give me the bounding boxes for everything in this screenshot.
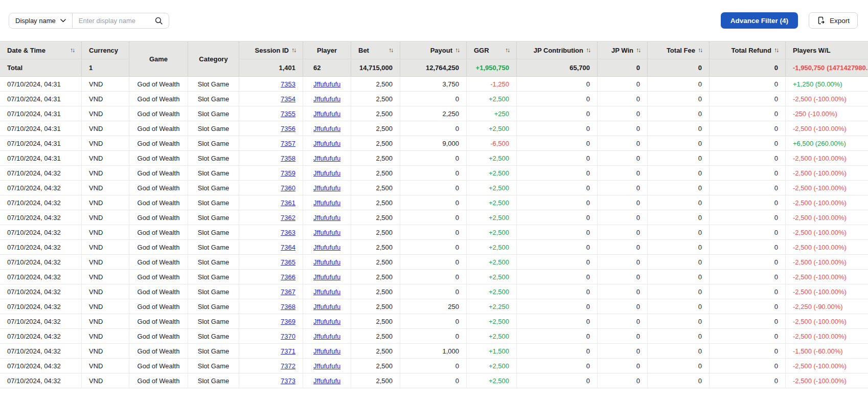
column-header-jp_contribution[interactable]: JP Contribution↑↓: [517, 41, 598, 59]
session-id-link[interactable]: 7358: [281, 154, 295, 162]
session-id-link[interactable]: 7359: [281, 169, 295, 177]
session-id-link[interactable]: 7360: [281, 184, 295, 192]
cell-value: 0: [774, 199, 778, 207]
session-id-link[interactable]: 7353: [281, 80, 295, 88]
sort-icon[interactable]: ↑↓: [505, 47, 509, 54]
session-id-link[interactable]: 7355: [281, 110, 295, 118]
cell-value: 07/10/2024, 04:32: [7, 229, 61, 236]
column-header-session[interactable]: Session ID↑↓: [239, 41, 303, 59]
cell-jp_contribution: 0: [517, 136, 598, 150]
player-link[interactable]: Jffufufufu: [313, 199, 340, 207]
table-header: Date & Time↑↓CurrencyGameCategorySession…: [0, 41, 868, 77]
search-field-dropdown[interactable]: Display name: [9, 13, 72, 28]
column-label: JP Contribution: [534, 47, 583, 54]
cell-value: God of Wealth: [138, 140, 180, 147]
player-link[interactable]: Jffufufufu: [313, 244, 340, 251]
column-header-payout[interactable]: Payout↑↓: [400, 41, 467, 59]
total-bet: 14,715,000: [351, 59, 400, 76]
sort-icon[interactable]: ↑↓: [586, 47, 590, 54]
player-link[interactable]: Jffufufufu: [313, 229, 340, 236]
session-id-link[interactable]: 7364: [281, 244, 295, 251]
session-id-link[interactable]: 7361: [281, 199, 295, 207]
advance-filter-button[interactable]: Advance Filter (4): [721, 12, 798, 29]
session-id-link[interactable]: 7354: [281, 95, 295, 103]
sort-icon[interactable]: ↑↓: [774, 47, 778, 54]
cell-category: Slot Game: [188, 151, 239, 165]
sort-icon[interactable]: ↑↓: [70, 47, 74, 54]
player-link[interactable]: Jffufufufu: [313, 125, 340, 132]
column-header-datetime[interactable]: Date & Time↑↓: [0, 41, 82, 59]
cell-value: -2,500 (-100.00%): [793, 199, 847, 207]
session-id-link[interactable]: 7371: [281, 347, 295, 355]
session-id-link[interactable]: 7363: [281, 229, 295, 236]
total-session: 1,401: [239, 59, 303, 76]
cell-value: 2,500: [376, 288, 393, 296]
sort-icon[interactable]: ↑↓: [389, 47, 393, 54]
cell-category: Slot Game: [188, 136, 239, 150]
cell-total_refund: 0: [710, 181, 786, 195]
player-link[interactable]: Jffufufufu: [313, 273, 340, 281]
session-id-link[interactable]: 7367: [281, 288, 295, 296]
sort-icon[interactable]: ↑↓: [455, 47, 459, 54]
cell-ggr: -6,500: [467, 136, 517, 150]
session-id-link[interactable]: 7372: [281, 362, 295, 370]
export-button[interactable]: Export: [809, 12, 858, 29]
sort-icon[interactable]: ↑↓: [636, 47, 640, 54]
player-link[interactable]: Jffufufufu: [313, 288, 340, 296]
table-row: 07/10/2024, 04:31VNDGod of WealthSlot Ga…: [0, 92, 868, 106]
cell-value: God of Wealth: [138, 318, 180, 325]
cell-jp_win: 0: [598, 210, 648, 225]
cell-category: Slot Game: [188, 195, 239, 210]
column-header-bet[interactable]: Bet↑↓: [351, 41, 400, 59]
player-link[interactable]: Jffufufufu: [313, 347, 340, 355]
cell-value: 0: [455, 125, 459, 132]
player-link[interactable]: Jffufufufu: [313, 95, 340, 103]
player-link[interactable]: Jffufufufu: [313, 154, 340, 162]
player-link[interactable]: Jffufufufu: [313, 377, 340, 385]
cell-wl: -2,500 (-100.00%): [786, 270, 868, 284]
player-link[interactable]: Jffufufufu: [313, 214, 340, 222]
session-id-link[interactable]: 7373: [281, 377, 295, 385]
cell-currency: VND: [82, 106, 129, 121]
cell-value: 0: [698, 318, 702, 325]
session-id-link[interactable]: 7365: [281, 258, 295, 266]
cell-session: 7354: [239, 92, 303, 106]
search-input[interactable]: [73, 13, 153, 28]
cell-value: VND: [89, 140, 103, 147]
player-link[interactable]: Jffufufufu: [313, 110, 340, 118]
session-id-link[interactable]: 7356: [281, 125, 295, 132]
cell-bet: 2,500: [351, 240, 400, 254]
cell-value: God of Wealth: [138, 80, 180, 88]
cell-value: Slot Game: [198, 184, 229, 192]
player-link[interactable]: Jffufufufu: [313, 362, 340, 370]
cell-value: 0: [586, 169, 590, 177]
cell-value: 2,500: [376, 303, 393, 311]
session-id-link[interactable]: 7357: [281, 140, 295, 147]
cell-value: -2,250 (-90.00%): [793, 303, 843, 311]
player-link[interactable]: Jffufufufu: [313, 303, 340, 311]
session-id-link[interactable]: 7368: [281, 303, 295, 311]
player-link[interactable]: Jffufufufu: [313, 318, 340, 325]
cell-jp_contribution: 0: [517, 106, 598, 121]
player-link[interactable]: Jffufufufu: [313, 333, 340, 340]
cell-session: 7355: [239, 106, 303, 121]
session-id-link[interactable]: 7362: [281, 214, 295, 222]
player-link[interactable]: Jffufufufu: [313, 140, 340, 147]
column-header-total_refund[interactable]: Total Refund↑↓: [710, 41, 786, 59]
session-id-link[interactable]: 7370: [281, 333, 295, 340]
cell-value: 07/10/2024, 04:32: [7, 303, 61, 311]
player-link[interactable]: Jffufufufu: [313, 184, 340, 192]
sort-icon[interactable]: ↑↓: [698, 47, 702, 54]
cell-category: Slot Game: [188, 92, 239, 106]
column-header-total_fee[interactable]: Total Fee↑↓: [648, 41, 710, 59]
player-link[interactable]: Jffufufufu: [313, 258, 340, 266]
sort-icon[interactable]: ↑↓: [291, 47, 295, 54]
session-id-link[interactable]: 7366: [281, 273, 295, 281]
player-link[interactable]: Jffufufufu: [313, 80, 340, 88]
search-icon[interactable]: [153, 16, 169, 25]
session-id-link[interactable]: 7369: [281, 318, 295, 325]
cell-value: 0: [636, 362, 640, 370]
column-header-ggr[interactable]: GGR↑↓: [467, 41, 517, 59]
column-header-jp_win[interactable]: JP Win↑↓: [598, 41, 648, 59]
player-link[interactable]: Jffufufufu: [313, 169, 340, 177]
